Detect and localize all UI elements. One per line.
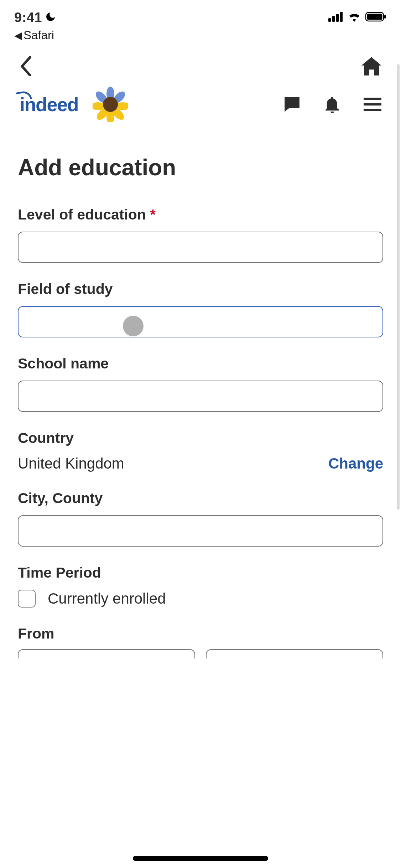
svg-rect-6	[384, 15, 386, 19]
home-indicator[interactable]	[133, 856, 268, 861]
level-label: Level of education *	[18, 206, 383, 223]
status-right	[328, 12, 387, 23]
field-field-of-study: Field of study	[18, 281, 383, 337]
city-label: City, County	[18, 490, 383, 507]
svg-rect-5	[367, 14, 382, 20]
field-time-period: Time Period Currently enrolled	[18, 564, 383, 608]
country-row: United Kingdom Change	[18, 455, 383, 472]
home-icon	[361, 57, 381, 76]
wifi-icon	[348, 12, 361, 23]
moon-icon	[45, 11, 56, 24]
currently-enrolled-row: Currently enrolled	[18, 590, 383, 608]
from-month-select[interactable]	[18, 649, 195, 658]
time-period-label: Time Period	[18, 564, 383, 581]
field-from: From	[18, 625, 383, 658]
status-left: 9:41	[14, 10, 56, 25]
country-value: United Kingdom	[18, 455, 124, 472]
back-button[interactable]	[20, 56, 32, 78]
svg-rect-2	[336, 14, 339, 22]
required-mark: *	[150, 206, 156, 223]
chevron-left-icon	[20, 56, 32, 76]
indeed-logo[interactable]: indeed	[20, 93, 78, 115]
field-city-county: City, County	[18, 490, 383, 547]
chat-icon	[283, 95, 301, 113]
content: Add education Level of education * Field…	[0, 135, 401, 658]
back-app-label: Safari	[24, 29, 54, 42]
brand-row: indeed	[0, 87, 401, 135]
scroll-indicator	[397, 64, 400, 510]
touch-indicator	[123, 316, 144, 336]
svg-rect-3	[340, 12, 343, 22]
field-school-name: School name	[18, 355, 383, 412]
from-label: From	[18, 625, 383, 642]
change-country-link[interactable]: Change	[328, 455, 383, 472]
svg-point-15	[103, 97, 118, 112]
city-input[interactable]	[18, 515, 383, 547]
svg-rect-0	[328, 18, 331, 22]
hamburger-icon	[364, 98, 381, 111]
level-label-text: Level of education	[18, 206, 146, 223]
field-of-study-label: Field of study	[18, 281, 383, 298]
svg-rect-18	[364, 109, 381, 111]
level-input[interactable]	[18, 232, 383, 263]
nav-row	[0, 42, 401, 87]
battery-icon	[365, 12, 387, 23]
sunflower-icon	[93, 87, 128, 122]
field-of-study-input[interactable]	[18, 306, 383, 337]
field-country: Country United Kingdom Change	[18, 430, 383, 472]
school-label: School name	[18, 355, 383, 372]
field-level-of-education: Level of education *	[18, 206, 383, 263]
status-time: 9:41	[14, 10, 42, 25]
menu-button[interactable]	[364, 98, 381, 111]
from-year-select[interactable]	[206, 649, 383, 658]
back-to-app[interactable]: ◀ Safari	[0, 29, 401, 42]
country-label: Country	[18, 430, 383, 446]
bell-icon	[324, 95, 340, 114]
status-bar: 9:41	[0, 0, 401, 29]
svg-rect-17	[364, 103, 381, 105]
brand-right	[283, 95, 381, 114]
currently-enrolled-label: Currently enrolled	[48, 590, 166, 607]
currently-enrolled-checkbox[interactable]	[18, 590, 36, 608]
page-title: Add education	[18, 154, 383, 181]
messages-button[interactable]	[283, 95, 301, 113]
brand-left: indeed	[20, 87, 128, 122]
svg-rect-16	[364, 98, 381, 100]
home-button[interactable]	[361, 57, 381, 77]
from-selects	[18, 649, 383, 658]
notifications-button[interactable]	[324, 95, 340, 114]
svg-rect-1	[332, 16, 335, 22]
school-input[interactable]	[18, 381, 383, 412]
back-triangle-icon: ◀	[14, 30, 22, 41]
cellular-icon	[328, 12, 343, 23]
